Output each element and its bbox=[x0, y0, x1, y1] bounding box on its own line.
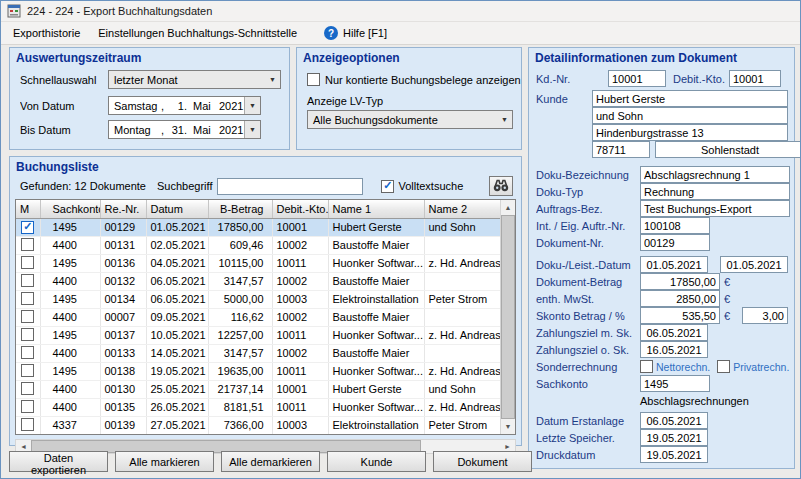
auftrags-bez-label: Auftrags-Bez. bbox=[536, 203, 640, 215]
daten-exportieren-button[interactable]: Daten exportieren bbox=[9, 451, 108, 472]
search-button[interactable] bbox=[489, 176, 513, 196]
row-checkbox-cell bbox=[16, 326, 40, 344]
bis-month: Mai bbox=[193, 124, 219, 136]
lv-typ-dropdown[interactable]: Alle Buchungsdokumente ▼ bbox=[307, 110, 513, 129]
skonto-betrag-field[interactable] bbox=[640, 307, 720, 324]
letzte-speicher-field[interactable] bbox=[640, 429, 708, 446]
table-cell: Baustoffe Maier bbox=[328, 272, 424, 290]
table-cell bbox=[424, 308, 500, 326]
von-datum-picker[interactable]: Samstag,1.Mai2021 ▼ bbox=[108, 96, 261, 115]
table-row[interactable]: 44000000709.05.2021116,6210002Baustoffe … bbox=[16, 308, 500, 326]
table-row[interactable]: 44000013102.05.2021609,4610002Baustoffe … bbox=[16, 236, 500, 254]
dokument-betrag-field[interactable] bbox=[640, 273, 720, 290]
int-auftr-nr-field[interactable] bbox=[640, 217, 710, 234]
row-checkbox[interactable] bbox=[21, 328, 34, 341]
plz-field[interactable] bbox=[592, 141, 650, 158]
table-row[interactable]: 44000013526.05.20218181,5110011Huonker S… bbox=[16, 398, 500, 416]
vertical-scrollbar[interactable]: ▲ ▼ bbox=[500, 200, 515, 434]
von-datum-dropdown-icon[interactable]: ▼ bbox=[244, 97, 260, 114]
row-checkbox[interactable] bbox=[21, 364, 34, 377]
doku-bezeichnung-field[interactable] bbox=[640, 166, 790, 183]
bis-datum-dropdown-icon[interactable]: ▼ bbox=[244, 121, 260, 138]
privatrechnung-checkbox[interactable] bbox=[717, 360, 730, 373]
alle-markieren-button[interactable]: Alle markieren bbox=[115, 451, 214, 472]
row-checkbox[interactable] bbox=[21, 346, 34, 359]
table-row[interactable]: 14950013604.05.202110115,0010011Huonker … bbox=[16, 254, 500, 272]
table-cell: 10011 bbox=[272, 254, 328, 272]
von-datum-label: Von Datum bbox=[20, 100, 108, 112]
row-checkbox[interactable] bbox=[21, 382, 34, 395]
erstanlage-label: Datum Erstanlage bbox=[536, 415, 640, 427]
column-header-name-2[interactable]: Name 2 bbox=[424, 200, 500, 218]
schnellauswahl-dropdown[interactable]: letzter Monat ▼ bbox=[108, 70, 281, 89]
row-checkbox[interactable] bbox=[21, 221, 34, 234]
window-title: 224 - 224 - Export Buchhaltungsdaten bbox=[27, 5, 212, 17]
table-row[interactable]: 44000013314.05.20213147,5710002Baustoffe… bbox=[16, 344, 500, 362]
column-header-b-betrag[interactable]: B-Betrag bbox=[208, 200, 272, 218]
app-icon bbox=[7, 4, 21, 18]
row-checkbox[interactable] bbox=[21, 292, 34, 305]
druckdatum-label: Druckdatum bbox=[536, 449, 640, 461]
strasse-field[interactable] bbox=[592, 124, 788, 141]
column-header-name-1[interactable]: Name 1 bbox=[328, 200, 424, 218]
debit-kto-field[interactable] bbox=[729, 70, 781, 87]
bis-datum-picker[interactable]: Montag,31.Mai2021 ▼ bbox=[108, 120, 261, 139]
menu-einstellungen[interactable]: Einstellungen Buchhaltungs-Schnittstelle bbox=[89, 23, 306, 43]
suchbegriff-input[interactable] bbox=[217, 178, 363, 195]
zahlungsziel-o-field[interactable] bbox=[640, 341, 708, 358]
table-row[interactable]: 14950013710.05.202112257,0010011Huonker … bbox=[16, 326, 500, 344]
kd-nr-field[interactable] bbox=[608, 70, 666, 87]
kunde-name1-field[interactable] bbox=[592, 90, 788, 107]
sachkonto-field[interactable] bbox=[640, 375, 710, 392]
volltextsuche-label: Volltextsuche bbox=[398, 180, 463, 192]
column-header-m[interactable]: M bbox=[16, 200, 40, 218]
table-cell: 1495 bbox=[40, 326, 100, 344]
kunde-name2-field[interactable] bbox=[592, 107, 788, 124]
table-cell: 4400 bbox=[40, 308, 100, 326]
row-checkbox[interactable] bbox=[21, 238, 34, 251]
table-row[interactable]: 44000013206.05.20213147,5710002Baustoffe… bbox=[16, 272, 500, 290]
kunde-button[interactable]: Kunde bbox=[327, 451, 426, 472]
table-row[interactable]: 43370013927.05.20217366,0010003Elektroin… bbox=[16, 416, 500, 434]
row-checkbox[interactable] bbox=[21, 418, 34, 431]
table-row[interactable]: 14950013406.05.20215000,0010003Elektroin… bbox=[16, 290, 500, 308]
table-row[interactable]: 44000013025.05.202121737,1410001Hubert G… bbox=[16, 380, 500, 398]
row-checkbox[interactable] bbox=[21, 256, 34, 269]
dokument-nr-label: Dokument-Nr. bbox=[536, 237, 640, 249]
nettorechnung-checkbox[interactable] bbox=[640, 360, 653, 373]
table-cell: 10002 bbox=[272, 308, 328, 326]
dokument-nr-field[interactable] bbox=[640, 234, 710, 251]
column-header-sachkonto[interactable]: Sachkonto bbox=[40, 200, 100, 218]
column-header-debit-kto-[interactable]: Debit.-Kto. bbox=[272, 200, 328, 218]
mwst-field[interactable] bbox=[640, 290, 720, 307]
skonto-prozent-field[interactable] bbox=[742, 307, 788, 324]
druckdatum-field[interactable] bbox=[640, 446, 708, 463]
table-row[interactable]: 14950013819.05.202119635,0010011Huonker … bbox=[16, 362, 500, 380]
scroll-down-icon[interactable]: ▼ bbox=[501, 419, 515, 434]
doku-typ-field[interactable] bbox=[640, 183, 790, 200]
vertical-scroll-thumb[interactable] bbox=[501, 215, 515, 419]
auftrags-bez-field[interactable] bbox=[640, 200, 790, 217]
table-cell: Baustoffe Maier bbox=[328, 308, 424, 326]
row-checkbox[interactable] bbox=[21, 400, 34, 413]
zahlungsziel-m-field[interactable] bbox=[640, 324, 708, 341]
dokument-button[interactable]: Dokument bbox=[433, 451, 532, 472]
table-cell: 7366,00 bbox=[208, 416, 272, 434]
row-checkbox[interactable] bbox=[21, 310, 34, 323]
ort-field[interactable] bbox=[655, 141, 801, 158]
leist-datum-field[interactable] bbox=[720, 256, 788, 273]
scroll-up-icon[interactable]: ▲ bbox=[501, 200, 515, 215]
column-header-datum[interactable]: Datum bbox=[146, 200, 208, 218]
menu-exporthistorie[interactable]: Exporthistorie bbox=[4, 23, 89, 43]
table-cell: Huonker Softwar... bbox=[328, 254, 424, 272]
alle-demarkieren-button[interactable]: Alle demarkieren bbox=[221, 451, 320, 472]
menu-hilfe[interactable]: ? Hilfe [F1] bbox=[318, 22, 393, 44]
column-header-re-nr-[interactable]: Re.-Nr. bbox=[100, 200, 146, 218]
erstanlage-field[interactable] bbox=[640, 412, 708, 429]
table-row[interactable]: 14950012901.05.202117850,0010001Hubert G… bbox=[16, 218, 500, 236]
volltextsuche-checkbox[interactable] bbox=[381, 180, 394, 193]
nur-kontierte-checkbox[interactable] bbox=[307, 73, 320, 86]
row-checkbox[interactable] bbox=[21, 274, 34, 287]
doku-datum-field[interactable] bbox=[640, 256, 708, 273]
table-cell: 5000,00 bbox=[208, 290, 272, 308]
